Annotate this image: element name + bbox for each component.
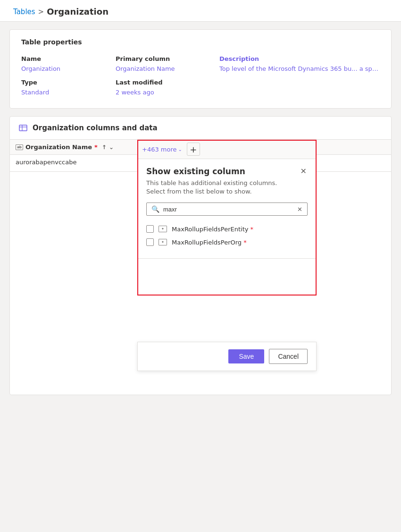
checkbox-row-2: ✦ MaxRollupFieldsPerOrg * (146, 236, 308, 249)
panel-desc-line1: This table has additional existing colum… (146, 179, 277, 186)
field2-required: * (242, 239, 247, 246)
last-modified-label: Last modified (116, 77, 219, 87)
dropdown-top-bar: +463 more ⌄ + (137, 140, 317, 159)
more-chevron-icon: ⌄ (178, 147, 182, 152)
name-value[interactable]: Organization (21, 63, 116, 73)
panel-desc-line2: Select from the list below to show. (146, 188, 252, 195)
search-icon: 🔍 (151, 205, 159, 213)
columns-section-header: Organization columns and data (10, 117, 391, 140)
dialog-footer: Save Cancel (137, 342, 317, 371)
panel-header: Show existing column ✕ (146, 167, 308, 176)
add-icon: + (190, 144, 197, 154)
show-existing-panel: Show existing column ✕ This table has ad… (137, 159, 317, 259)
field-icon-1: ✦ (159, 226, 167, 232)
add-column-button[interactable]: + (187, 143, 200, 156)
name-label: Name (21, 53, 116, 63)
table-properties-section: Table properties Name Primary column Des… (9, 29, 392, 109)
field2-label: MaxRollupFieldsPerOrg * (172, 239, 247, 246)
columns-section: Organization columns and data ab Organiz… (9, 116, 392, 395)
breadcrumb: Tables > Organization (13, 7, 388, 17)
primary-column-value[interactable]: Organization Name (116, 63, 219, 73)
cancel-button[interactable]: Cancel (269, 349, 308, 364)
page-header: Tables > Organization (0, 0, 401, 22)
breadcrumb-tables-link[interactable]: Tables (13, 8, 35, 16)
description-label: Description (219, 53, 380, 63)
checkbox-row-1: ✦ MaxRollupFieldsPerEntity * (146, 222, 308, 236)
more-columns-label: +463 more (142, 146, 177, 153)
type-value[interactable]: Standard (21, 87, 116, 97)
last-modified-value: 2 weeks ago (116, 87, 219, 97)
col-header-label: Organization Name (25, 144, 92, 151)
columns-section-title: Organization columns and data (33, 124, 158, 132)
chevron-down-icon[interactable]: ⌄ (109, 144, 114, 151)
description-value: Top level of the Microsoft Dynamics 365 … (219, 63, 380, 73)
required-star: * (94, 144, 98, 151)
field1-required: * (248, 226, 253, 233)
checkbox-1[interactable] (146, 225, 154, 233)
svg-rect-0 (19, 125, 27, 131)
sort-icon[interactable]: ↑ (102, 144, 107, 151)
search-box: 🔍 ✕ (146, 203, 308, 216)
type-label: Type (21, 77, 116, 87)
show-existing-content: Show existing column ✕ This table has ad… (138, 159, 316, 258)
table-icon (18, 123, 28, 133)
org-col-header: ab Organization Name * ↑ ⌄ (10, 140, 142, 154)
properties-grid: Name Primary column Description Organiza… (21, 53, 380, 97)
search-input[interactable] (163, 206, 293, 213)
panel-description: This table has additional existing colum… (146, 179, 308, 196)
table-properties-title: Table properties (21, 38, 380, 46)
checkbox-2[interactable] (146, 238, 154, 246)
more-columns-button[interactable]: +463 more ⌄ (142, 146, 182, 153)
col-type-icon: ab (16, 144, 23, 150)
dropdown-overlay: +463 more ⌄ + Show existing column ✕ Thi… (137, 140, 317, 259)
panel-title: Show existing column (146, 167, 245, 176)
data-cell-org-name: aurorabapenvccabe (10, 155, 142, 171)
field1-label: MaxRollupFieldsPerEntity * (172, 226, 253, 233)
save-button[interactable]: Save (228, 349, 264, 363)
search-clear-icon[interactable]: ✕ (297, 206, 302, 213)
breadcrumb-separator: > (38, 8, 44, 16)
close-icon[interactable]: ✕ (300, 167, 308, 176)
breadcrumb-current: Organization (47, 7, 109, 17)
field-icon-2: ✦ (159, 239, 167, 245)
columns-body: ab Organization Name * ↑ ⌄ ✎ aurorabapen… (10, 140, 391, 395)
primary-column-label: Primary column (116, 53, 219, 63)
